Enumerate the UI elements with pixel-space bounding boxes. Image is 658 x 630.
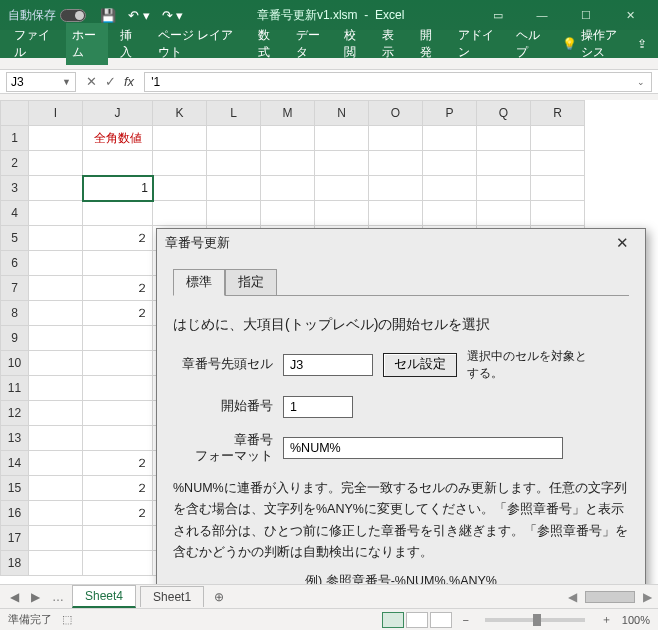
chevron-down-icon[interactable]: ▼: [62, 77, 71, 87]
status-ready: 準備完了: [8, 612, 52, 627]
row-header-1[interactable]: 1: [1, 126, 29, 151]
status-bar: 準備完了 ⬚ − ＋ 100%: [0, 608, 658, 630]
row-header-10[interactable]: 10: [1, 351, 29, 376]
cell-J6[interactable]: [83, 251, 153, 276]
row-header-3[interactable]: 3: [1, 176, 29, 201]
sheet-nav-more-icon[interactable]: …: [48, 590, 68, 604]
formula-input[interactable]: '1 ⌄: [144, 72, 652, 92]
tab-page-layout[interactable]: ページ レイアウト: [152, 23, 247, 65]
row-header-7[interactable]: 7: [1, 276, 29, 301]
dialog-tabs: 標準 指定: [173, 269, 629, 296]
row-header-9[interactable]: 9: [1, 326, 29, 351]
row-header-18[interactable]: 18: [1, 551, 29, 576]
zoom-slider[interactable]: [485, 618, 585, 622]
autosave-label: 自動保存: [8, 7, 56, 24]
cell-J4[interactable]: [83, 201, 153, 226]
close-icon[interactable]: ✕: [610, 1, 650, 29]
view-page-layout-icon[interactable]: [406, 612, 428, 628]
row-header-2[interactable]: 2: [1, 151, 29, 176]
dialog-close-icon[interactable]: ✕: [607, 231, 637, 255]
hscroll-left-icon[interactable]: ◀: [568, 590, 577, 604]
sheet-nav-next-icon[interactable]: ▶: [27, 590, 44, 604]
name-box[interactable]: J3 ▼: [6, 72, 76, 92]
input-start-number[interactable]: [283, 396, 353, 418]
tell-me[interactable]: 💡 操作アシス: [562, 27, 628, 61]
col-header-O[interactable]: O: [369, 101, 423, 126]
col-header-L[interactable]: L: [207, 101, 261, 126]
hscroll-right-icon[interactable]: ▶: [643, 590, 652, 604]
sheet-tab-sheet4[interactable]: Sheet4: [72, 585, 136, 608]
tab-review[interactable]: 校閲: [338, 23, 370, 65]
sheet-tab-sheet1[interactable]: Sheet1: [140, 586, 204, 607]
tab-developer[interactable]: 開発: [414, 23, 446, 65]
sheet-add-icon[interactable]: ⊕: [208, 590, 230, 604]
cell-J14[interactable]: ２: [83, 451, 153, 476]
cell-J2[interactable]: [83, 151, 153, 176]
tab-home[interactable]: ホーム: [66, 23, 108, 65]
tab-insert[interactable]: 挿入: [114, 23, 146, 65]
row-header-12[interactable]: 12: [1, 401, 29, 426]
share-icon[interactable]: ⇪: [633, 37, 650, 51]
maximize-icon[interactable]: ☐: [566, 1, 606, 29]
autosave-toggle[interactable]: 自動保存: [8, 7, 86, 24]
view-normal-icon[interactable]: [382, 612, 404, 628]
col-header-Q[interactable]: Q: [477, 101, 531, 126]
row-header-4[interactable]: 4: [1, 201, 29, 226]
col-header-P[interactable]: P: [423, 101, 477, 126]
cell-J8[interactable]: ２: [83, 301, 153, 326]
zoom-thumb[interactable]: [533, 614, 541, 626]
formula-expand-icon[interactable]: ⌄: [637, 77, 645, 87]
fx-icon[interactable]: fx: [124, 74, 134, 89]
col-header-N[interactable]: N: [315, 101, 369, 126]
tab-file[interactable]: ファイル: [8, 23, 60, 65]
col-header-M[interactable]: M: [261, 101, 315, 126]
view-page-break-icon[interactable]: [430, 612, 452, 628]
row-header-17[interactable]: 17: [1, 526, 29, 551]
dialog-tab-specify[interactable]: 指定: [225, 269, 277, 296]
tab-data[interactable]: データ: [290, 23, 332, 65]
autosave-switch[interactable]: [60, 9, 86, 22]
save-icon[interactable]: 💾: [100, 8, 116, 23]
tab-formulas[interactable]: 数式: [252, 23, 284, 65]
dialog-tab-standard[interactable]: 標準: [173, 269, 225, 296]
dialog-titlebar[interactable]: 章番号更新 ✕: [157, 229, 645, 257]
tab-help[interactable]: ヘルプ: [510, 23, 552, 65]
button-set-cell[interactable]: セル設定: [383, 353, 457, 377]
cell-I1[interactable]: [29, 126, 83, 151]
sheet-nav-prev-icon[interactable]: ◀: [6, 590, 23, 604]
cell-J16[interactable]: ２: [83, 501, 153, 526]
row-header-16[interactable]: 16: [1, 501, 29, 526]
zoom-in-icon[interactable]: ＋: [601, 612, 612, 627]
col-header-K[interactable]: K: [153, 101, 207, 126]
row-header-11[interactable]: 11: [1, 376, 29, 401]
row-header-6[interactable]: 6: [1, 251, 29, 276]
col-header-I[interactable]: I: [29, 101, 83, 126]
row-header-13[interactable]: 13: [1, 426, 29, 451]
cell-J15[interactable]: ２: [83, 476, 153, 501]
tab-addins[interactable]: アドイン: [452, 23, 504, 65]
row-header-5[interactable]: 5: [1, 226, 29, 251]
worksheet-grid[interactable]: I J K L M N O P Q R 1全角数値 2 31 4 5２ 6 7２…: [0, 100, 658, 584]
cell-J3[interactable]: 1: [83, 176, 153, 201]
cell-J1[interactable]: 全角数値: [83, 126, 153, 151]
row-header-14[interactable]: 14: [1, 451, 29, 476]
redo-icon[interactable]: ↷ ▾: [162, 8, 184, 23]
row-header-15[interactable]: 15: [1, 476, 29, 501]
cell-J7[interactable]: ２: [83, 276, 153, 301]
hscroll-thumb[interactable]: [585, 591, 635, 603]
tab-view[interactable]: 表示: [376, 23, 408, 65]
enter-icon[interactable]: ✓: [105, 74, 116, 89]
input-head-cell[interactable]: [283, 354, 373, 376]
macro-record-icon[interactable]: ⬚: [62, 613, 72, 626]
cell-J5[interactable]: ２: [83, 226, 153, 251]
zoom-level[interactable]: 100%: [622, 614, 650, 626]
input-format[interactable]: [283, 437, 563, 459]
col-header-J[interactable]: J: [83, 101, 153, 126]
dialog-title-text: 章番号更新: [165, 234, 230, 252]
row-header-8[interactable]: 8: [1, 301, 29, 326]
undo-icon[interactable]: ↶ ▾: [128, 8, 150, 23]
zoom-out-icon[interactable]: −: [462, 614, 468, 626]
cancel-icon[interactable]: ✕: [86, 74, 97, 89]
col-header-R[interactable]: R: [531, 101, 585, 126]
select-all-corner[interactable]: [1, 101, 29, 126]
